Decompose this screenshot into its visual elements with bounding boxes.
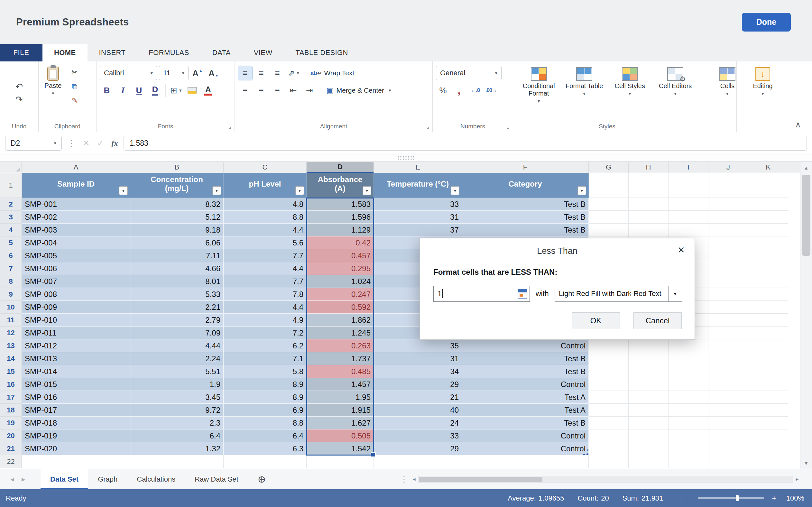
grid-cell[interactable] [708,275,748,288]
cell-e16[interactable]: 29 [374,378,462,391]
grid-cell[interactable] [708,365,748,378]
editing-button[interactable]: ↓ Editing ▼ [740,66,786,96]
formula-input[interactable]: 1.583 [123,136,807,151]
grid-cell[interactable] [748,430,788,442]
cell-c16[interactable]: 8.9 [224,378,306,391]
cell-b20[interactable]: 6.4 [130,430,224,442]
cell-d6[interactable]: 0.457 [306,249,374,262]
cell-c4[interactable]: 4.4 [224,224,306,236]
cell-c6[interactable]: 7.7 [224,249,306,262]
cell-e3[interactable]: 31 [374,211,462,224]
row-header-16[interactable]: 16 [0,378,22,391]
grid-cell[interactable] [589,455,629,468]
zoom-slider[interactable] [698,497,764,499]
cell-f2[interactable]: Test B [462,198,589,211]
cell-b11[interactable]: 2.79 [130,314,224,327]
cell-b5[interactable]: 6.06 [130,236,224,249]
font-color-button[interactable]: A [201,83,215,98]
grid-cell[interactable] [748,391,788,404]
cell-f3[interactable]: Test B [462,211,589,224]
cell-a18[interactable]: SMP-017 [22,404,130,416]
range-selector-icon[interactable] [518,289,527,298]
row-header-1[interactable]: 1 [0,173,22,198]
confirm-entry-icon[interactable]: ✓ [95,138,106,148]
grid-cell[interactable] [708,173,748,198]
zoom-in-button[interactable]: + [770,493,778,503]
cell-d21[interactable]: 1.542 [306,442,374,455]
sheet-overflow-icon[interactable]: ⋮ [395,474,413,484]
tab-table-design[interactable]: TABLE DESIGN [284,44,360,61]
cell-d14[interactable]: 1.737 [306,352,374,365]
align-middle-button[interactable]: ≡ [254,66,268,80]
grid-cell[interactable] [629,224,669,236]
cell-e18[interactable]: 40 [374,404,462,416]
scroll-down-icon[interactable]: ▼ [800,457,812,469]
cell-d7[interactable]: 0.295 [306,262,374,275]
cell-b21[interactable]: 1.32 [130,442,224,455]
cell-c13[interactable]: 6.2 [224,339,306,352]
cell-a3[interactable]: SMP-002 [22,211,130,224]
alignment-dialog-launcher-icon[interactable]: ⌟ [426,123,429,129]
cell-b2[interactable]: 8.32 [130,198,224,211]
row-header-15[interactable]: 15 [0,365,22,378]
column-header-a[interactable]: A [22,162,130,173]
align-bottom-button[interactable]: ≡ [270,66,284,80]
grid-cell[interactable] [589,365,629,378]
tab-file[interactable]: FILE [0,44,43,61]
row-header-10[interactable]: 10 [0,301,22,314]
grid-cell[interactable] [669,365,708,378]
filter-button[interactable]: ▼ [362,186,371,195]
grid-cell[interactable] [629,404,669,416]
grid-cell[interactable] [629,352,669,365]
cell-a5[interactable]: SMP-004 [22,236,130,249]
cell-f20[interactable]: Control [462,430,589,442]
fill-color-button[interactable] [185,83,199,98]
zoom-slider-thumb[interactable] [736,495,739,501]
grid-cell[interactable] [669,224,708,236]
cell-f17[interactable]: Test A [462,391,589,404]
column-header-b[interactable]: B [130,162,224,173]
column-header-f[interactable]: F [462,162,589,173]
number-format-select[interactable]: General ▾ [436,66,502,80]
grid-cell[interactable] [629,416,669,430]
bold-button[interactable]: B [100,83,114,98]
grid-cell[interactable] [669,378,708,391]
cell-a8[interactable]: SMP-007 [22,275,130,288]
grid-cell[interactable] [748,442,788,455]
cell-c5[interactable]: 5.6 [224,236,306,249]
cell-c10[interactable]: 4.4 [224,301,306,314]
grid-cell[interactable] [374,455,462,468]
grid-cell[interactable] [748,352,788,365]
tab-home[interactable]: HOME [43,44,88,61]
cell-a4[interactable]: SMP-003 [22,224,130,236]
grid-cell[interactable] [748,224,788,236]
grid-cell[interactable] [748,455,788,468]
row-header-20[interactable]: 20 [0,430,22,442]
redo-button[interactable]: ↷ [12,94,26,106]
cell-c2[interactable]: 4.8 [224,198,306,211]
collapse-ribbon-icon[interactable]: ∧ [795,120,801,129]
grid-cell[interactable] [629,430,669,442]
column-header-g[interactable]: G [589,162,629,173]
grid-cell[interactable] [629,391,669,404]
zoom-out-button[interactable]: − [684,493,691,503]
cell-d5[interactable]: 0.42 [306,236,374,249]
filter-button[interactable]: ▼ [119,186,128,195]
format-table-button[interactable]: Format Table ▼ [562,66,607,96]
grid-cell[interactable] [22,455,130,468]
row-header-3[interactable]: 3 [0,211,22,224]
row-header-7[interactable]: 7 [0,262,22,275]
grid-cell[interactable] [629,455,669,468]
cell-a15[interactable]: SMP-014 [22,365,130,378]
grid-cell[interactable] [708,442,748,455]
row-header-11[interactable]: 11 [0,314,22,327]
cell-a11[interactable]: SMP-010 [22,314,130,327]
row-header-2[interactable]: 2 [0,198,22,211]
column-header-c[interactable]: C [224,162,306,173]
cell-a9[interactable]: SMP-008 [22,288,130,301]
threshold-input[interactable]: 1 [433,286,530,302]
font-size-select[interactable]: 11 ▾ [159,66,188,80]
grid-cell[interactable] [669,211,708,224]
cell-b3[interactable]: 5.12 [130,211,224,224]
grid-cell[interactable] [708,249,748,262]
